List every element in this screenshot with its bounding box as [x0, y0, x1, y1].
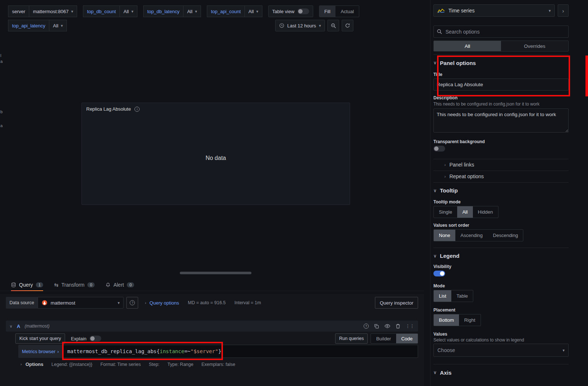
query-options-interval: Interval = 1m [235, 300, 261, 305]
tab-alert[interactable]: Alert 0 [106, 279, 134, 291]
legend-mode-list[interactable]: List [434, 290, 451, 302]
panel-options-header[interactable]: ∨ Panel options [433, 59, 569, 66]
variable-top-api-count-value-dropdown[interactable]: All▾ [244, 5, 262, 17]
panel-description-textarea[interactable]: This needs to be configured in config.js… [433, 108, 569, 133]
query-datasource-hint: (mattermost) [24, 324, 49, 329]
chevron-down-icon: ▾ [562, 348, 565, 352]
clock-icon [279, 23, 284, 28]
variable-top-db-latency-label: top_db_latency [143, 5, 183, 17]
time-controls: Last 12 hours ▾ [275, 20, 353, 31]
variable-top-api-latency-value-dropdown[interactable]: All▾ [49, 20, 67, 31]
eye-icon[interactable] [384, 324, 390, 328]
search-options-input[interactable] [433, 26, 569, 38]
values-sort-none[interactable]: None [434, 230, 455, 241]
visualization-picker[interactable]: Time series ▾ [433, 4, 555, 17]
legend-visibility-switch[interactable] [433, 271, 445, 276]
panel-info-icon[interactable]: i [134, 107, 140, 112]
editor-mode-toggle: Builder Code [371, 333, 418, 344]
values-sort-ascending[interactable]: Ascending [455, 230, 488, 241]
description-help-text: This needs to be configured in config.js… [433, 102, 569, 107]
axis-header[interactable]: ∨ Axis [433, 369, 569, 376]
explain-switch[interactable] [90, 336, 101, 341]
refresh-button[interactable] [342, 20, 353, 31]
legend-placement-bottom[interactable]: Bottom [434, 314, 459, 326]
variable-server-value-dropdown[interactable]: mattermost:8067▾ [29, 5, 77, 17]
tooltip-mode-single[interactable]: Single [434, 206, 457, 218]
tooltip-mode-hidden[interactable]: Hidden [473, 206, 498, 218]
query-row-actions: ? ⋮⋮ [364, 324, 414, 329]
prometheus-icon [42, 300, 48, 306]
legend-mode-table[interactable]: Table [451, 290, 473, 302]
table-view-switch[interactable] [297, 8, 309, 14]
drag-handle-icon[interactable]: ⋮⋮ [406, 324, 414, 329]
options-tab-all[interactable]: All [434, 41, 501, 51]
query-expression-input[interactable]: mattermost_db_replica_lag_abs{instance=~… [63, 345, 418, 358]
legend-values-select[interactable]: Choose ▾ [433, 344, 569, 357]
query-help-icon[interactable]: ? [364, 324, 369, 329]
chevron-down-icon: ▾ [195, 9, 197, 14]
expr-metric: mattermost_db_replica_lag_abs [67, 348, 156, 354]
legend-placement-right[interactable]: Right [459, 314, 480, 326]
tooltip-mode-group: Single All Hidden [433, 206, 498, 218]
database-icon [11, 282, 16, 287]
editor-mode-code[interactable]: Code [396, 334, 418, 343]
table-view-label: Table view [272, 9, 295, 14]
zoom-out-button[interactable] [327, 20, 339, 31]
editor-mode-builder[interactable]: Builder [371, 334, 396, 343]
options-label[interactable]: Options [26, 362, 43, 367]
pane-size-option-fill[interactable]: Fill [319, 6, 336, 17]
values-sort-descending[interactable]: Descending [488, 230, 523, 241]
tooltip-header[interactable]: ∨ Tooltip [433, 187, 569, 194]
options-legend: Legend: {{instance}} [52, 362, 92, 367]
bell-icon [106, 282, 110, 287]
variable-top-api-count: top_api_count All▾ [207, 5, 262, 17]
kick-start-query-button[interactable]: Kick start your query [15, 333, 65, 344]
chevron-right-icon: › [145, 301, 146, 305]
panel-resize-handle[interactable] [180, 272, 251, 274]
panel-title-input[interactable] [433, 79, 569, 91]
options-exemplars: Exemplars: false [201, 362, 235, 367]
legend-section: ∨ Legend Visibility Mode List Table Plac… [433, 248, 569, 364]
tab-query[interactable]: Query 1 [11, 279, 43, 291]
time-range-picker[interactable]: Last 12 hours ▾ [275, 20, 325, 31]
run-queries-button[interactable]: Run queries [335, 333, 368, 344]
query-row-header[interactable]: ∨ A (mattermost) ? ⋮⋮ [6, 321, 418, 332]
transparent-bg-switch[interactable] [433, 146, 445, 152]
datasource-help-button[interactable]: ? [126, 297, 138, 309]
pane-size-toggle: Fill Actual [319, 5, 360, 17]
options-tab-overrides[interactable]: Overrides [501, 41, 568, 51]
options-tabs: All Overrides [433, 41, 569, 51]
description-label: Description [433, 95, 569, 100]
metrics-browser-button[interactable]: Metrics browser › [18, 345, 62, 358]
tooltip-mode-all[interactable]: All [457, 206, 473, 218]
variable-top-db-count-value-dropdown[interactable]: All▾ [120, 5, 137, 17]
alert-count-badge: 0 [127, 282, 134, 287]
repeat-options-row[interactable]: › Repeat options [433, 171, 569, 182]
variable-server-label: server [8, 5, 29, 17]
pane-size-option-actual[interactable]: Actual [335, 6, 359, 17]
legend-placement-label: Placement [433, 307, 569, 313]
variable-top-db-latency-value-dropdown[interactable]: All▾ [183, 5, 201, 17]
panel-header[interactable]: Replica Lag Absolute i [82, 103, 350, 115]
variable-top-api-latency: top_api_latency All▾ [8, 20, 67, 31]
query-options-toggle[interactable]: Query options [149, 300, 179, 306]
tab-transform[interactable]: ⇆ Transform 0 [54, 279, 95, 291]
toggle-viz-pane-button[interactable]: › [558, 4, 569, 17]
transform-icon: ⇆ [54, 282, 58, 288]
duplicate-query-icon[interactable] [374, 324, 379, 329]
expr-label-name: instance [160, 348, 184, 354]
table-view-control: Table view [268, 5, 313, 17]
chevron-right-icon: › [57, 349, 59, 354]
trash-icon[interactable] [396, 324, 400, 329]
chevron-down-icon: ▾ [319, 24, 321, 28]
legend-header[interactable]: ∨ Legend [433, 252, 569, 260]
time-range-label: Last 12 hours [287, 23, 316, 28]
query-toolbar-row: Kick start your query Explain Run querie… [15, 333, 418, 344]
datasource-picker[interactable]: mattermost ▾ [38, 297, 124, 309]
datasource-label: Data source [6, 297, 38, 309]
tooltip-section: ∨ Tooltip Tooltip mode Single All Hidden… [433, 182, 569, 248]
panel-links-row[interactable]: › Panel links [433, 159, 569, 171]
query-expression-row: Metrics browser › mattermost_db_replica_… [18, 345, 418, 358]
expr-close-brace: } [218, 348, 221, 354]
query-inspector-button[interactable]: Query inspector [375, 297, 418, 309]
